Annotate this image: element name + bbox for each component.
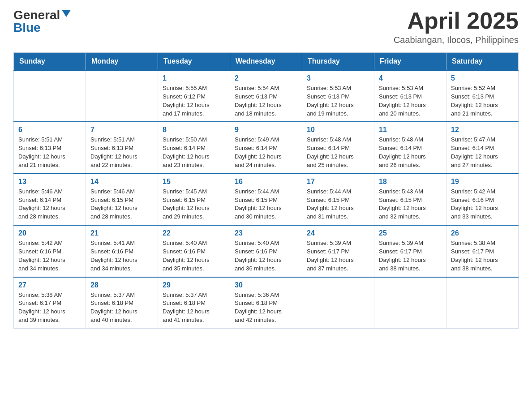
calendar-cell: 17Sunrise: 5:44 AM Sunset: 6:15 PM Dayli… (302, 174, 374, 225)
day-number: 26 (451, 229, 514, 237)
day-info: Sunrise: 5:48 AM Sunset: 6:14 PM Dayligh… (307, 136, 369, 169)
calendar-cell: 18Sunrise: 5:43 AM Sunset: 6:15 PM Dayli… (374, 174, 446, 225)
title-area: April 2025 Caabiangan, Ilocos, Philippin… (394, 9, 519, 45)
day-info: Sunrise: 5:43 AM Sunset: 6:15 PM Dayligh… (379, 188, 442, 221)
weekday-header: Monday (86, 53, 158, 71)
day-info: Sunrise: 5:46 AM Sunset: 6:14 PM Dayligh… (18, 188, 81, 221)
day-info: Sunrise: 5:54 AM Sunset: 6:13 PM Dayligh… (235, 84, 297, 118)
calendar-cell: 25Sunrise: 5:39 AM Sunset: 6:17 PM Dayli… (374, 225, 446, 277)
day-number: 21 (90, 229, 153, 237)
calendar-week-row: 1Sunrise: 5:55 AM Sunset: 6:12 PM Daylig… (14, 70, 519, 122)
day-number: 7 (90, 126, 153, 134)
day-number: 6 (18, 126, 81, 134)
day-info: Sunrise: 5:38 AM Sunset: 6:17 PM Dayligh… (18, 291, 81, 325)
day-number: 13 (18, 178, 81, 186)
day-info: Sunrise: 5:52 AM Sunset: 6:13 PM Dayligh… (451, 84, 514, 118)
day-number: 20 (18, 229, 81, 237)
calendar-week-row: 13Sunrise: 5:46 AM Sunset: 6:14 PM Dayli… (14, 174, 519, 225)
day-number: 29 (163, 281, 225, 289)
calendar-cell (302, 277, 374, 329)
calendar-cell: 3Sunrise: 5:53 AM Sunset: 6:13 PM Daylig… (302, 70, 374, 122)
day-number: 11 (379, 126, 442, 134)
calendar-cell: 12Sunrise: 5:47 AM Sunset: 6:14 PM Dayli… (446, 122, 519, 173)
weekday-header: Thursday (302, 53, 374, 71)
day-number: 14 (90, 178, 153, 186)
day-info: Sunrise: 5:42 AM Sunset: 6:16 PM Dayligh… (451, 188, 514, 221)
day-number: 16 (235, 178, 297, 186)
day-info: Sunrise: 5:53 AM Sunset: 6:13 PM Dayligh… (307, 84, 369, 118)
logo-triangle-icon (62, 10, 71, 17)
day-info: Sunrise: 5:51 AM Sunset: 6:13 PM Dayligh… (18, 136, 81, 169)
day-number: 15 (163, 178, 225, 186)
day-info: Sunrise: 5:39 AM Sunset: 6:17 PM Dayligh… (379, 239, 442, 273)
month-title: April 2025 (394, 9, 519, 32)
day-number: 19 (451, 178, 514, 186)
day-info: Sunrise: 5:42 AM Sunset: 6:16 PM Dayligh… (18, 239, 81, 273)
day-info: Sunrise: 5:45 AM Sunset: 6:15 PM Dayligh… (163, 188, 225, 221)
day-number: 4 (379, 74, 442, 82)
calendar-week-row: 20Sunrise: 5:42 AM Sunset: 6:16 PM Dayli… (14, 225, 519, 277)
calendar-cell: 11Sunrise: 5:48 AM Sunset: 6:14 PM Dayli… (374, 122, 446, 173)
day-number: 22 (163, 229, 225, 237)
calendar-cell: 22Sunrise: 5:40 AM Sunset: 6:16 PM Dayli… (158, 225, 230, 277)
calendar-cell: 4Sunrise: 5:53 AM Sunset: 6:13 PM Daylig… (374, 70, 446, 122)
day-number: 17 (307, 178, 369, 186)
logo-general: General (13, 9, 60, 21)
day-info: Sunrise: 5:53 AM Sunset: 6:13 PM Dayligh… (379, 84, 442, 118)
day-number: 23 (235, 229, 297, 237)
day-info: Sunrise: 5:37 AM Sunset: 6:18 PM Dayligh… (90, 291, 153, 325)
calendar-cell (374, 277, 446, 329)
day-number: 28 (90, 281, 153, 289)
page-header: General Blue April 2025 Caabiangan, Iloc… (13, 9, 519, 45)
calendar-cell: 29Sunrise: 5:37 AM Sunset: 6:18 PM Dayli… (158, 277, 230, 329)
calendar-week-row: 27Sunrise: 5:38 AM Sunset: 6:17 PM Dayli… (14, 277, 519, 329)
day-info: Sunrise: 5:40 AM Sunset: 6:16 PM Dayligh… (235, 239, 297, 273)
logo-blue: Blue (13, 21, 71, 34)
calendar-cell: 9Sunrise: 5:49 AM Sunset: 6:14 PM Daylig… (230, 122, 302, 173)
calendar-header-row: SundayMondayTuesdayWednesdayThursdayFrid… (14, 53, 519, 71)
calendar-cell: 15Sunrise: 5:45 AM Sunset: 6:15 PM Dayli… (158, 174, 230, 225)
calendar-cell: 13Sunrise: 5:46 AM Sunset: 6:14 PM Dayli… (14, 174, 86, 225)
calendar-cell: 27Sunrise: 5:38 AM Sunset: 6:17 PM Dayli… (14, 277, 86, 329)
calendar-cell (14, 70, 86, 122)
day-info: Sunrise: 5:44 AM Sunset: 6:15 PM Dayligh… (235, 188, 297, 221)
calendar-cell: 2Sunrise: 5:54 AM Sunset: 6:13 PM Daylig… (230, 70, 302, 122)
calendar-cell (86, 70, 158, 122)
weekday-header: Wednesday (230, 53, 302, 71)
day-info: Sunrise: 5:38 AM Sunset: 6:17 PM Dayligh… (451, 239, 514, 273)
calendar-cell: 30Sunrise: 5:36 AM Sunset: 6:18 PM Dayli… (230, 277, 302, 329)
calendar-cell (446, 277, 519, 329)
day-number: 25 (379, 229, 442, 237)
weekday-header: Friday (374, 53, 446, 71)
calendar-cell: 5Sunrise: 5:52 AM Sunset: 6:13 PM Daylig… (446, 70, 519, 122)
calendar-cell: 10Sunrise: 5:48 AM Sunset: 6:14 PM Dayli… (302, 122, 374, 173)
day-info: Sunrise: 5:40 AM Sunset: 6:16 PM Dayligh… (163, 239, 225, 273)
day-number: 2 (235, 74, 297, 82)
day-info: Sunrise: 5:39 AM Sunset: 6:17 PM Dayligh… (307, 239, 369, 273)
calendar-cell: 20Sunrise: 5:42 AM Sunset: 6:16 PM Dayli… (14, 225, 86, 277)
day-info: Sunrise: 5:49 AM Sunset: 6:14 PM Dayligh… (235, 136, 297, 169)
day-info: Sunrise: 5:37 AM Sunset: 6:18 PM Dayligh… (163, 291, 225, 325)
calendar-cell: 19Sunrise: 5:42 AM Sunset: 6:16 PM Dayli… (446, 174, 519, 225)
calendar-cell: 7Sunrise: 5:51 AM Sunset: 6:13 PM Daylig… (86, 122, 158, 173)
day-info: Sunrise: 5:55 AM Sunset: 6:12 PM Dayligh… (163, 84, 225, 118)
location-title: Caabiangan, Ilocos, Philippines (394, 35, 519, 45)
day-number: 1 (163, 74, 225, 82)
day-info: Sunrise: 5:50 AM Sunset: 6:14 PM Dayligh… (163, 136, 225, 169)
day-info: Sunrise: 5:41 AM Sunset: 6:16 PM Dayligh… (90, 239, 153, 273)
day-info: Sunrise: 5:47 AM Sunset: 6:14 PM Dayligh… (451, 136, 514, 169)
logo: General Blue (13, 9, 71, 34)
calendar-cell: 6Sunrise: 5:51 AM Sunset: 6:13 PM Daylig… (14, 122, 86, 173)
calendar-cell: 24Sunrise: 5:39 AM Sunset: 6:17 PM Dayli… (302, 225, 374, 277)
weekday-header: Saturday (446, 53, 519, 71)
calendar-week-row: 6Sunrise: 5:51 AM Sunset: 6:13 PM Daylig… (14, 122, 519, 173)
day-number: 27 (18, 281, 81, 289)
calendar-cell: 28Sunrise: 5:37 AM Sunset: 6:18 PM Dayli… (86, 277, 158, 329)
day-number: 9 (235, 126, 297, 134)
calendar-cell: 21Sunrise: 5:41 AM Sunset: 6:16 PM Dayli… (86, 225, 158, 277)
day-info: Sunrise: 5:44 AM Sunset: 6:15 PM Dayligh… (307, 188, 369, 221)
calendar-cell: 23Sunrise: 5:40 AM Sunset: 6:16 PM Dayli… (230, 225, 302, 277)
day-number: 10 (307, 126, 369, 134)
day-number: 30 (235, 281, 297, 289)
day-info: Sunrise: 5:46 AM Sunset: 6:15 PM Dayligh… (90, 188, 153, 221)
